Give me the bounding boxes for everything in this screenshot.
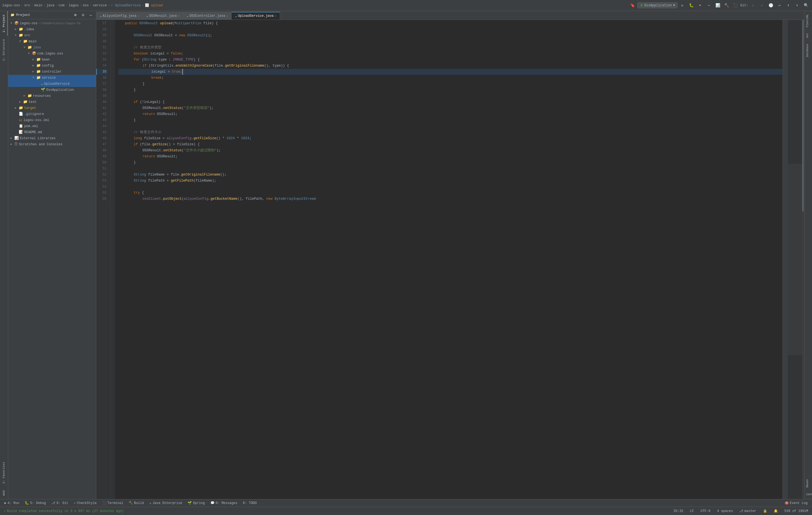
build-icon[interactable]: 🔨 xyxy=(723,2,730,9)
search-icon[interactable]: 🔍 xyxy=(802,2,810,9)
build-tab[interactable]: 🔨 Build xyxy=(126,500,146,506)
indent-settings[interactable]: 4 spaces xyxy=(716,509,735,514)
tree-item-iml[interactable]: 🗂 lagou-oss.iml xyxy=(8,117,96,123)
main-area: 1: Project 2: Structure 2: Favorites Web… xyxy=(0,11,812,499)
leetcode-tab[interactable]: leetcode xyxy=(805,490,812,499)
checkstyle-tab[interactable]: ✓ CheckStyle xyxy=(71,500,99,506)
coverage-icon[interactable]: ☂ xyxy=(696,2,704,9)
run-label: 4: Run xyxy=(7,501,19,505)
tree-item-external-libs[interactable]: ▶ 📊 External Libraries xyxy=(8,135,96,141)
bookmark-icon[interactable]: 🔖 xyxy=(629,2,636,9)
run-config-selector[interactable]: 🖥 OssApplication ▼ xyxy=(637,2,677,8)
sidebar-tab-favorites[interactable]: 2: Favorites xyxy=(1,459,8,487)
breadcrumb-com[interactable]: com xyxy=(59,4,65,7)
git-revert-icon[interactable]: ↩ xyxy=(776,2,783,9)
tab-aliyunconfig[interactable]: ☁ AliyunConfig.java ✕ xyxy=(96,12,143,20)
breadcrumb-service[interactable]: service xyxy=(93,4,107,7)
tree-item-target[interactable]: ▶ 📁 target xyxy=(8,105,96,111)
tree-item-readme[interactable]: 📝 README.md xyxy=(8,129,96,135)
tab-close-icon[interactable]: ✕ xyxy=(178,14,180,18)
code-line-44 xyxy=(118,123,782,129)
tab-close-icon[interactable]: ✕ xyxy=(226,14,228,18)
sidebar-tab-project[interactable]: 1: Project xyxy=(1,11,8,36)
run-config-dropdown-icon: ▼ xyxy=(673,4,675,7)
messages-tab[interactable]: 💬 0: Messages xyxy=(208,500,239,506)
java-enterprise-tab[interactable]: ☕ Java Enterprise xyxy=(147,500,184,506)
git-branch[interactable]: ⎇ master xyxy=(738,508,758,514)
tree-item-com-lagou-oss[interactable]: ▼ 📦 com.lagou.oss xyxy=(8,51,96,57)
expand-arrow: ▶ xyxy=(15,105,19,111)
lock-icon-item[interactable]: 🔒 xyxy=(761,508,769,514)
tab-osscontroller[interactable]: ☁ OSSController.java ✕ xyxy=(183,12,232,20)
tab-ossresult[interactable]: ☁ OSSResult.java ✕ xyxy=(143,12,183,20)
tree-item-pom[interactable]: 📋 pom.xml xyxy=(8,123,96,129)
encoding[interactable]: UTF-8 xyxy=(699,509,712,514)
tab-close-icon[interactable]: ✕ xyxy=(275,14,277,18)
line-separator[interactable]: LF xyxy=(688,509,695,514)
breadcrumb-lagou-oss[interactable]: lagou-oss xyxy=(2,4,20,7)
tree-label: bean xyxy=(42,57,50,62)
database-tab[interactable]: Database xyxy=(805,41,812,60)
run-button[interactable]: ▶ xyxy=(678,2,686,9)
tree-item-resources[interactable]: ▶ 📁 resources xyxy=(8,93,96,99)
terminal-tab[interactable]: ⬛ Terminal xyxy=(100,500,126,506)
git-check2-icon[interactable]: ✓ xyxy=(758,2,766,9)
code-content[interactable]: public OSSResult upload (MultipartFile f… xyxy=(115,20,782,499)
sidebar-tab-web[interactable]: Web xyxy=(1,487,8,499)
breadcrumb-lagou[interactable]: lagou xyxy=(69,4,79,7)
git-pull-icon[interactable]: ⬇ xyxy=(793,2,801,9)
debug-tab[interactable]: 🐛 5: Debug xyxy=(23,500,48,506)
breadcrumb-src[interactable]: src xyxy=(24,4,30,7)
tree-item-java[interactable]: ▼ 📁 java xyxy=(8,45,96,51)
run-tab[interactable]: ▶ 4: Run xyxy=(2,500,22,506)
breadcrumb-main[interactable]: main xyxy=(34,4,42,7)
maven-tab[interactable]: Maven xyxy=(805,476,812,490)
event-log-tab[interactable]: 5 Event Log xyxy=(783,501,810,506)
tree-item-main[interactable]: ▼ 📁 main xyxy=(8,38,96,45)
profiler-icon[interactable]: 📊 xyxy=(714,2,722,9)
sidebar-tab-structure[interactable]: 2: Structure xyxy=(1,36,8,64)
plantuml-tab[interactable]: PlantUML xyxy=(805,11,812,30)
project-gear-icon[interactable]: ⚙ xyxy=(80,12,86,18)
breadcrumb-upload[interactable]: ⬜ upload xyxy=(145,3,163,7)
tree-item-ossapplication[interactable]: 🌱 OssApplication xyxy=(8,87,96,93)
ant-tab[interactable]: Ant xyxy=(805,30,812,41)
project-close-icon[interactable]: — xyxy=(88,12,94,18)
notifications-icon-item[interactable]: 🔔 xyxy=(772,508,780,514)
code-editor[interactable]: 27 28 29 30 31 32 33 34 35 36 37 38 39 4… xyxy=(96,20,804,499)
tree-item-lagou-oss[interactable]: ▼ 📦 lagou-oss ~/IdeaProjects/lagou-fa xyxy=(8,20,96,26)
java-file-icon: ☁ xyxy=(99,14,102,18)
tree-item-controller[interactable]: ▶ 📁 controller xyxy=(8,69,96,75)
tree-item-src[interactable]: ▼ 📁 src xyxy=(8,32,96,38)
src-folder-icon: 📁 xyxy=(19,33,23,38)
project-expand-icon[interactable]: ⊕ xyxy=(72,12,78,18)
tree-item-test[interactable]: ▶ 📁 test xyxy=(8,99,96,105)
todo-tab[interactable]: 6: TODO xyxy=(241,501,259,506)
breadcrumb-uploadservice[interactable]: ⚡ UploadService xyxy=(111,3,141,7)
more-run-icon[interactable]: ⋯ xyxy=(705,2,713,9)
debug-icon[interactable]: 🐛 xyxy=(687,2,695,9)
minimap-scrollbar[interactable] xyxy=(782,20,804,499)
git-tab[interactable]: ⎇ 9: Git xyxy=(49,500,70,506)
expand-arrow: ▶ xyxy=(15,27,19,32)
git-check-icon[interactable]: ✓ xyxy=(749,2,757,9)
memory-indicator[interactable]: 539 of 1981M xyxy=(783,509,810,514)
tab-uploadservice[interactable]: ☁ UploadService.java ✕ xyxy=(232,12,280,20)
cursor-position[interactable]: 35:32 xyxy=(672,509,685,514)
line-num-40: 40 xyxy=(96,99,108,105)
breadcrumb-oss[interactable]: oss xyxy=(83,4,89,7)
tree-item-bean[interactable]: ▶ 📁 bean xyxy=(8,57,96,63)
spring-tab[interactable]: 🌱 Spring xyxy=(185,500,207,506)
tree-item-uploadservice[interactable]: ☁ UploadService xyxy=(8,81,96,87)
breadcrumb-java[interactable]: java xyxy=(47,4,55,7)
tree-item-idea[interactable]: ▶ 📁 .idea xyxy=(8,26,96,32)
git-push-icon[interactable]: ⬆ xyxy=(784,2,792,9)
git-history-icon[interactable]: 🕐 xyxy=(767,2,775,9)
tree-item-config[interactable]: ▶ 📁 config xyxy=(8,63,96,69)
tree-item-scratches[interactable]: ▶ 🗒 Scratches and Consoles xyxy=(8,141,96,147)
tree-item-service[interactable]: ▼ 📁 service xyxy=(8,75,96,81)
stop-icon[interactable]: ⬛ xyxy=(731,2,739,9)
tree-label: test xyxy=(29,99,36,105)
tree-item-gitignore[interactable]: 📄 .gitignore xyxy=(8,111,96,117)
tab-close-icon[interactable]: ✕ xyxy=(138,14,139,18)
